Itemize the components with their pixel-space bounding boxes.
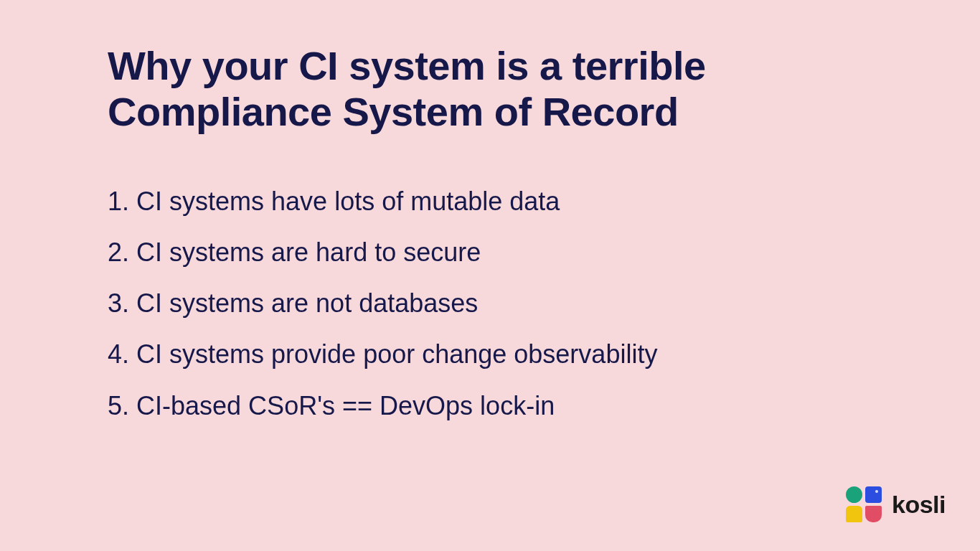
list-item: CI-based CSoR's == DevOps lock-in [108, 390, 872, 421]
logo-shape-blue-icon [865, 486, 882, 503]
kosli-mark-icon [846, 486, 882, 522]
slide-title: Why your CI system is a terrible Complia… [108, 43, 872, 136]
brand-name: kosli [892, 491, 946, 519]
list-item: CI systems have lots of mutable data [108, 186, 872, 217]
logo-shape-green-icon [846, 486, 862, 503]
points-list: CI systems have lots of mutable data CI … [108, 186, 872, 421]
list-item: CI systems are not databases [108, 288, 872, 319]
logo-shape-yellow-icon [846, 506, 862, 522]
list-item: CI systems provide poor change observabi… [108, 339, 872, 369]
brand-logo: kosli [846, 486, 946, 522]
logo-shape-red-icon [865, 506, 882, 522]
slide: Why your CI system is a terrible Complia… [0, 0, 980, 551]
list-item: CI systems are hard to secure [108, 237, 872, 268]
